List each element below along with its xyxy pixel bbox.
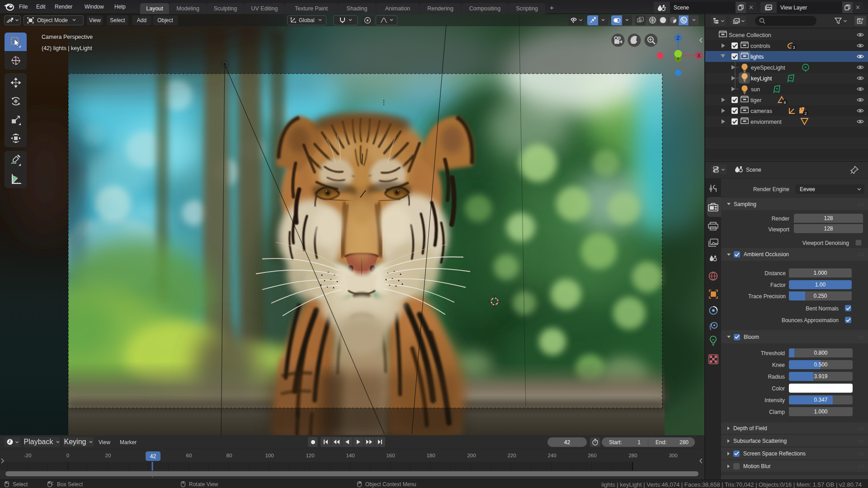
svg-text:100: 100 xyxy=(265,453,274,458)
svg-text:220: 220 xyxy=(507,453,516,458)
svg-text:lights: lights xyxy=(750,54,764,60)
svg-text:260: 260 xyxy=(588,453,596,458)
svg-text:cameras: cameras xyxy=(750,108,772,114)
svg-text:-20: -20 xyxy=(24,453,32,458)
svg-text:sun: sun xyxy=(751,86,760,93)
svg-text:keyLight: keyLight xyxy=(751,75,772,82)
svg-text:2: 2 xyxy=(804,111,807,116)
svg-text:140: 140 xyxy=(346,453,354,458)
svg-text:200: 200 xyxy=(467,453,476,458)
svg-text:240: 240 xyxy=(547,453,556,458)
svg-text:180: 180 xyxy=(426,453,435,458)
svg-text:controls: controls xyxy=(750,43,770,49)
svg-text:80: 80 xyxy=(226,453,232,458)
svg-text:42: 42 xyxy=(150,453,156,460)
svg-text:120: 120 xyxy=(306,453,314,458)
svg-text:Z: Z xyxy=(677,35,680,41)
svg-text:Scene Collection: Scene Collection xyxy=(729,32,771,38)
svg-text:280: 280 xyxy=(628,453,637,458)
svg-text:X: X xyxy=(697,53,700,58)
svg-text:3: 3 xyxy=(793,45,795,50)
svg-text:0: 0 xyxy=(66,453,69,458)
svg-text:enviornment: enviornment xyxy=(750,119,782,125)
svg-text:60: 60 xyxy=(186,453,192,458)
svg-text:eyeSpecLight: eyeSpecLight xyxy=(751,65,785,71)
svg-text:300: 300 xyxy=(669,453,677,458)
svg-text:160: 160 xyxy=(386,453,395,458)
svg-text:20: 20 xyxy=(105,453,111,458)
svg-text:tiger: tiger xyxy=(750,97,761,103)
svg-text:8: 8 xyxy=(783,100,786,105)
